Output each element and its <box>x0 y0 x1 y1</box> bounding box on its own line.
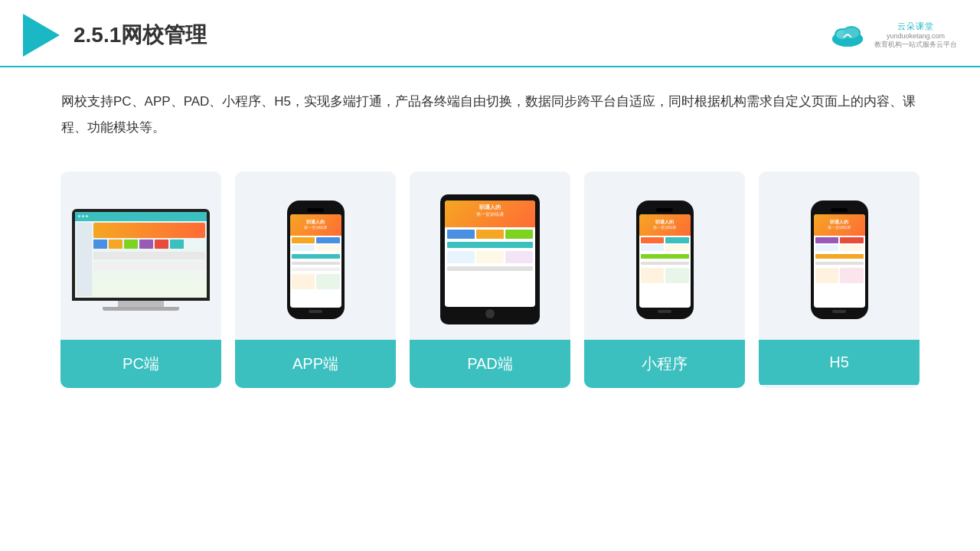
pad-tablet-mockup: 职通人的 第一堂训练课 <box>440 194 540 324</box>
card-h5-image: 职通人的 第一堂训练课 <box>759 171 920 340</box>
page-header: 2.5.1网校管理 云朵课堂 yunduoketang.com 教育机构一站式服… <box>0 0 980 67</box>
h5-phone-mockup: 职通人的 第一堂训练课 <box>811 201 868 319</box>
card-app-label: APP端 <box>235 340 396 388</box>
brand-tagline: 教育机构一站式服务云平台 <box>874 40 957 50</box>
card-pad-label: PAD端 <box>410 340 570 388</box>
card-pc: PC端 <box>60 171 221 388</box>
pc-mockup <box>72 209 210 311</box>
miniprogram-phone-mockup: 职通人的 第一堂训练课 <box>636 201 694 319</box>
description-paragraph: 网校支持PC、APP、PAD、小程序、H5，实现多端打通，产品各终端自由切换，数… <box>61 89 919 141</box>
card-h5-label: H5 <box>759 340 920 385</box>
logo-triangle-icon <box>23 14 60 57</box>
brand-cloud-icon <box>828 22 867 48</box>
platform-cards-container: PC端 职通人的 第一堂训练课 <box>0 156 980 411</box>
card-miniprogram-label: 小程序 <box>584 340 745 388</box>
description-text: 网校支持PC、APP、PAD、小程序、H5，实现多端打通，产品各终端自由切换，数… <box>0 67 980 148</box>
card-miniprogram: 职通人的 第一堂训练课 <box>584 171 745 388</box>
card-pc-image <box>60 171 221 340</box>
brand-logo: 云朵课堂 yunduoketang.com 教育机构一站式服务云平台 <box>874 21 957 50</box>
app-phone-mockup: 职通人的 第一堂训练课 <box>287 201 345 319</box>
card-pc-label: PC端 <box>60 340 221 388</box>
page-title: 2.5.1网校管理 <box>74 21 207 50</box>
brand-domain: yunduoketang.com <box>887 32 945 40</box>
card-app-image: 职通人的 第一堂训练课 <box>235 171 396 340</box>
card-pad-image: 职通人的 第一堂训练课 <box>410 171 570 340</box>
card-app: 职通人的 第一堂训练课 <box>235 171 396 388</box>
card-pad: 职通人的 第一堂训练课 <box>410 171 570 388</box>
card-miniprogram-image: 职通人的 第一堂训练课 <box>584 171 745 340</box>
brand-name: 云朵课堂 <box>897 21 934 32</box>
header-left: 2.5.1网校管理 <box>23 14 207 57</box>
header-right: 云朵课堂 yunduoketang.com 教育机构一站式服务云平台 <box>828 21 957 50</box>
card-h5: 职通人的 第一堂训练课 <box>759 171 920 388</box>
